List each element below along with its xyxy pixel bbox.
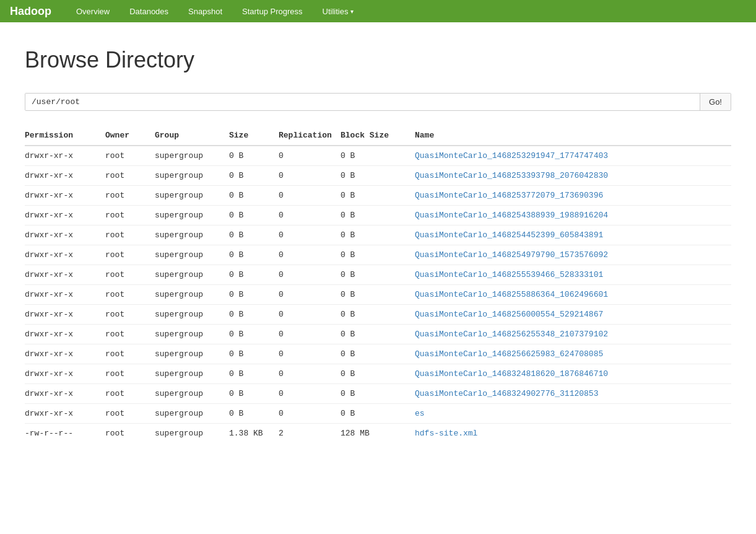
cell-size: 0 B — [229, 265, 279, 285]
cell-group: supergroup — [155, 305, 229, 325]
nav-link-overview[interactable]: Overview — [66, 2, 119, 21]
cell-name[interactable]: QuasiMonteCarlo_1468253772079_173690396 — [415, 186, 731, 206]
nav-link-datanodes[interactable]: Datanodes — [119, 2, 178, 21]
cell-replication: 0 — [279, 245, 341, 265]
table-row: drwxr-xr-xrootsupergroup0 B00 BQuasiMont… — [25, 344, 731, 364]
cell-permission: drwxr-xr-x — [25, 404, 105, 424]
chevron-down-icon: ▾ — [350, 8, 354, 15]
cell-name[interactable]: QuasiMonteCarlo_1468324902776_31120853 — [415, 384, 731, 404]
cell-group: supergroup — [155, 166, 229, 186]
cell-group: supergroup — [155, 344, 229, 364]
cell-replication: 0 — [279, 305, 341, 325]
cell-group: supergroup — [155, 206, 229, 225]
cell-size: 0 B — [229, 404, 279, 424]
cell-owner: root — [105, 285, 155, 305]
cell-name[interactable]: QuasiMonteCarlo_1468256000554_529214867 — [415, 305, 731, 325]
table-row: drwxr-xr-xrootsupergroup0 B00 BQuasiMont… — [25, 225, 731, 245]
cell-permission: drwxr-xr-x — [25, 305, 105, 325]
col-header-group: Group — [155, 126, 229, 146]
cell-owner: root — [105, 186, 155, 206]
name-link[interactable]: QuasiMonteCarlo_1468324902776_31120853 — [415, 389, 598, 398]
table-row: drwxr-xr-xrootsupergroup0 B00 BQuasiMont… — [25, 245, 731, 265]
nav-link-snapshot[interactable]: Snapshot — [178, 2, 232, 21]
cell-replication: 0 — [279, 404, 341, 424]
cell-blocksize: 0 B — [341, 245, 415, 265]
table-row: drwxr-xr-xrootsupergroup0 B00 BQuasiMont… — [25, 186, 731, 206]
table-row: drwxr-xr-xrootsupergroup0 B00 BQuasiMont… — [25, 384, 731, 404]
table-row: drwxr-xr-xrootsupergroup0 B00 BQuasiMont… — [25, 325, 731, 344]
cell-blocksize: 0 B — [341, 225, 415, 245]
cell-size: 0 B — [229, 206, 279, 225]
cell-replication: 0 — [279, 325, 341, 344]
name-link[interactable]: QuasiMonteCarlo_1468253291947_1774747403 — [415, 151, 608, 160]
cell-owner: root — [105, 206, 155, 225]
cell-group: supergroup — [155, 285, 229, 305]
name-link[interactable]: QuasiMonteCarlo_1468253393798_2076042830 — [415, 171, 608, 180]
cell-size: 0 B — [229, 384, 279, 404]
cell-size: 0 B — [229, 186, 279, 206]
cell-name[interactable]: QuasiMonteCarlo_1468256255348_2107379102 — [415, 325, 731, 344]
cell-name[interactable]: QuasiMonteCarlo_1468253393798_2076042830 — [415, 166, 731, 186]
cell-group: supergroup — [155, 265, 229, 285]
name-link[interactable]: QuasiMonteCarlo_1468254388939_1988916204 — [415, 211, 608, 220]
cell-name[interactable]: hdfs-site.xml — [415, 424, 731, 444]
cell-name[interactable]: QuasiMonteCarlo_1468255539466_528333101 — [415, 265, 731, 285]
cell-permission: drwxr-xr-x — [25, 245, 105, 265]
table-row: drwxr-xr-xrootsupergroup0 B00 BQuasiMont… — [25, 166, 731, 186]
cell-group: supergroup — [155, 146, 229, 166]
nav-utilities-dropdown[interactable]: Utilities ▾ — [313, 2, 364, 21]
cell-owner: root — [105, 166, 155, 186]
cell-size: 0 B — [229, 166, 279, 186]
cell-permission: drwxr-xr-x — [25, 384, 105, 404]
cell-replication: 0 — [279, 186, 341, 206]
utilities-label: Utilities — [323, 7, 349, 16]
cell-owner: root — [105, 384, 155, 404]
cell-name[interactable]: QuasiMonteCarlo_1468254388939_1988916204 — [415, 206, 731, 225]
cell-permission: drwxr-xr-x — [25, 265, 105, 285]
cell-blocksize: 0 B — [341, 206, 415, 225]
name-link[interactable]: QuasiMonteCarlo_1468324818620_1876846710 — [415, 369, 608, 379]
col-header-blocksize: Block Size — [341, 126, 415, 146]
name-link[interactable]: QuasiMonteCarlo_1468256255348_2107379102 — [415, 330, 608, 339]
cell-replication: 0 — [279, 364, 341, 384]
cell-permission: drwxr-xr-x — [25, 344, 105, 364]
name-link[interactable]: QuasiMonteCarlo_1468255539466_528333101 — [415, 270, 603, 279]
cell-name[interactable]: es — [415, 404, 731, 424]
nav-link-startup-progress[interactable]: Startup Progress — [232, 2, 313, 21]
cell-owner: root — [105, 265, 155, 285]
cell-blocksize: 0 B — [341, 384, 415, 404]
name-link[interactable]: es — [415, 409, 425, 418]
cell-name[interactable]: QuasiMonteCarlo_1468253291947_1774747403 — [415, 146, 731, 166]
cell-blocksize: 0 B — [341, 146, 415, 166]
name-link[interactable]: QuasiMonteCarlo_1468253772079_173690396 — [415, 191, 603, 200]
name-link[interactable]: QuasiMonteCarlo_1468255886364_1062496601 — [415, 290, 608, 299]
table-row: -rw-r--r--rootsupergroup1.38 KB2128 MBhd… — [25, 424, 731, 444]
table-row: drwxr-xr-xrootsupergroup0 B00 BQuasiMont… — [25, 146, 731, 166]
cell-owner: root — [105, 305, 155, 325]
name-link[interactable]: QuasiMonteCarlo_1468256625983_624708085 — [415, 349, 603, 359]
cell-name[interactable]: QuasiMonteCarlo_1468256625983_624708085 — [415, 344, 731, 364]
cell-name[interactable]: QuasiMonteCarlo_1468254979790_1573576092 — [415, 245, 731, 265]
cell-replication: 0 — [279, 225, 341, 245]
name-link[interactable]: QuasiMonteCarlo_1468254979790_1573576092 — [415, 250, 608, 260]
path-input[interactable] — [25, 94, 700, 110]
name-link[interactable]: hdfs-site.xml — [415, 429, 477, 438]
name-link[interactable]: QuasiMonteCarlo_1468254452399_605843891 — [415, 230, 603, 240]
table-body: drwxr-xr-xrootsupergroup0 B00 BQuasiMont… — [25, 146, 731, 443]
cell-permission: drwxr-xr-x — [25, 225, 105, 245]
cell-name[interactable]: QuasiMonteCarlo_1468254452399_605843891 — [415, 225, 731, 245]
cell-owner: root — [105, 404, 155, 424]
cell-blocksize: 0 B — [341, 404, 415, 424]
cell-replication: 2 — [279, 424, 341, 444]
cell-group: supergroup — [155, 186, 229, 206]
cell-owner: root — [105, 146, 155, 166]
go-button[interactable]: Go! — [700, 94, 731, 110]
name-link[interactable]: QuasiMonteCarlo_1468256000554_529214867 — [415, 310, 603, 319]
cell-permission: drwxr-xr-x — [25, 186, 105, 206]
cell-permission: drwxr-xr-x — [25, 285, 105, 305]
cell-blocksize: 0 B — [341, 364, 415, 384]
cell-name[interactable]: QuasiMonteCarlo_1468324818620_1876846710 — [415, 364, 731, 384]
brand-logo: Hadoop — [10, 5, 51, 18]
cell-size: 0 B — [229, 305, 279, 325]
cell-name[interactable]: QuasiMonteCarlo_1468255886364_1062496601 — [415, 285, 731, 305]
